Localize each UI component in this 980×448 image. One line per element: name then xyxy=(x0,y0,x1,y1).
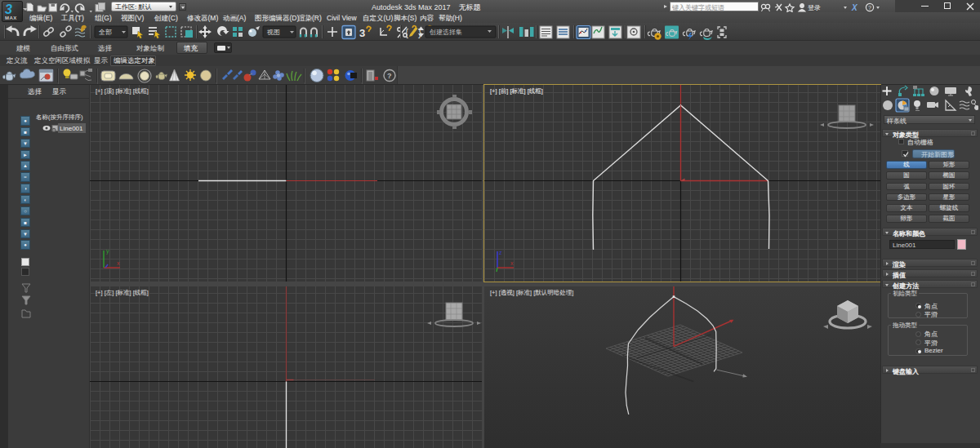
svg-text:y: y xyxy=(106,248,109,255)
svg-text:登录: 登录 xyxy=(808,4,821,11)
svg-text:x: x xyxy=(117,260,120,266)
svg-text:全部: 全部 xyxy=(99,29,112,36)
svg-text:{: { xyxy=(405,27,408,38)
svg-text:X: X xyxy=(851,3,858,12)
svg-text:?: ? xyxy=(868,5,871,11)
svg-text:3: 3 xyxy=(359,27,365,39)
svg-text:创建选择集: 创建选择集 xyxy=(429,29,462,36)
svg-text:}: } xyxy=(418,27,421,38)
svg-text:x: x xyxy=(510,260,514,266)
svg-text:?: ? xyxy=(387,72,392,80)
svg-text:视图: 视图 xyxy=(266,29,280,36)
svg-text:z: z xyxy=(499,250,502,255)
